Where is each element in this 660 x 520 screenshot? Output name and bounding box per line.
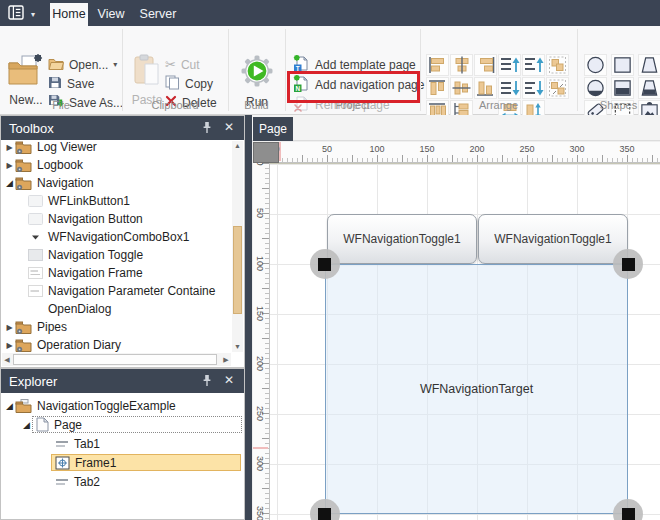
explorer-item-tab2[interactable]: Tab2 bbox=[1, 472, 244, 491]
chevron-collapsed-icon[interactable]: ▶ bbox=[4, 323, 15, 332]
category-folder-icon bbox=[15, 140, 32, 154]
toolbox-item-operation-diary[interactable]: ▶ Operation Diary bbox=[1, 336, 244, 354]
toolbox-item-label: Navigation bbox=[37, 176, 94, 190]
shape-circle-filled-button[interactable] bbox=[584, 77, 607, 99]
shape-rectangle-filled-button[interactable] bbox=[611, 77, 634, 99]
open-button[interactable]: Open... ▾ bbox=[48, 56, 117, 73]
explorer-item-frame1-selected[interactable]: Frame1 bbox=[1, 453, 244, 472]
tab-view[interactable]: View bbox=[92, 3, 130, 26]
design-canvas[interactable]: WFNavigationToggle1 WFNavigationToggle1 … bbox=[270, 163, 660, 520]
add-navigation-page-button[interactable]: N Add navigation page bbox=[293, 76, 424, 93]
navigation-page-icon: N bbox=[293, 75, 310, 95]
pin-icon[interactable] bbox=[202, 374, 212, 391]
shape-rectangle-button[interactable] bbox=[611, 54, 634, 76]
ruler-label: 200 bbox=[469, 144, 484, 154]
toolbox-item-navigation-button[interactable]: Navigation Button bbox=[1, 210, 244, 228]
move-up-button[interactable] bbox=[522, 54, 545, 76]
cut-button[interactable]: ✂ Cut bbox=[165, 56, 200, 73]
scrollbar-thumb[interactable] bbox=[233, 226, 242, 314]
toolbox-item-log-viewer[interactable]: ▶ Log Viewer bbox=[1, 140, 244, 156]
chevron-expanded-icon[interactable]: ◢ bbox=[4, 401, 15, 411]
wfnavigationtoggle-right[interactable]: WFNavigationToggle1 bbox=[478, 214, 628, 264]
toolbox-item-navigation-frame[interactable]: Navigation Frame bbox=[1, 264, 244, 282]
toolbox-item-opendialog[interactable]: OpenDialog bbox=[1, 300, 244, 318]
horizontal-ruler: 0 50 100 150 200 250 300 350 bbox=[279, 142, 660, 163]
ruler-cursor-marker bbox=[253, 447, 268, 449]
selection-handle-top-right[interactable] bbox=[622, 258, 635, 271]
toolbox-item-label: WFLinkButton1 bbox=[48, 194, 130, 208]
shape-trapezoid-filled-button[interactable] bbox=[638, 77, 660, 99]
add-template-page-button[interactable]: T Add template page bbox=[293, 56, 416, 73]
toolbox-item-logbook[interactable]: ▶ Logbook bbox=[1, 156, 244, 174]
explorer-item-page[interactable]: ◢ Page bbox=[1, 415, 244, 434]
align-top-button[interactable] bbox=[426, 77, 449, 99]
ruler-label: 150 bbox=[253, 306, 267, 320]
template-page-icon: T bbox=[293, 55, 310, 75]
chevron-collapsed-icon[interactable]: ▶ bbox=[4, 341, 15, 350]
align-bottom-button[interactable] bbox=[474, 77, 497, 99]
tab-page[interactable]: Page bbox=[253, 117, 293, 141]
selection-handle-bottom-right[interactable] bbox=[622, 508, 635, 520]
svg-text:T: T bbox=[296, 64, 300, 71]
toolbox-item-wflinkbutton1[interactable]: WFLinkButton1 bbox=[1, 192, 244, 210]
toolbox-vertical-scrollbar[interactable]: ▲ ▼ bbox=[232, 141, 243, 352]
chevron-collapsed-icon[interactable]: ▶ bbox=[4, 143, 15, 152]
bring-forward-button[interactable] bbox=[498, 54, 521, 76]
application-menu-icon bbox=[8, 5, 25, 24]
align-center-button[interactable] bbox=[450, 54, 473, 76]
align-left-icon bbox=[428, 56, 448, 74]
group-button[interactable] bbox=[546, 54, 569, 76]
shape-circle-button[interactable] bbox=[584, 54, 607, 76]
selection-handle-top-left[interactable] bbox=[318, 258, 331, 271]
add-navigation-page-label: Add navigation page bbox=[315, 78, 424, 92]
explorer-title: Explorer bbox=[9, 374, 57, 389]
add-template-page-label: Add template page bbox=[315, 58, 416, 72]
toolbox-item-pipes[interactable]: ▶ Pipes bbox=[1, 318, 244, 336]
ungroup-button[interactable] bbox=[546, 77, 569, 99]
close-icon[interactable]: ✕ bbox=[224, 120, 234, 134]
explorer-item-label: Frame1 bbox=[75, 456, 116, 470]
explorer-item-project[interactable]: ◢ NavigationToggleExample bbox=[1, 396, 244, 415]
scroll-down-icon[interactable]: ▼ bbox=[232, 342, 243, 352]
toolbox-header: Toolbox ✕ bbox=[1, 116, 244, 140]
chevron-expanded-icon[interactable]: ◢ bbox=[4, 178, 15, 188]
scroll-right-icon[interactable]: ▶ bbox=[221, 353, 231, 366]
align-right-button[interactable] bbox=[474, 54, 497, 76]
toolbox-tree: ▶ Log Viewer ▶ Logbook ◢ bbox=[1, 140, 244, 367]
move-down-button[interactable] bbox=[522, 77, 545, 99]
wfnavigationtoggle-left[interactable]: WFNavigationToggle1 bbox=[327, 214, 477, 264]
shape-trapezoid-button[interactable] bbox=[638, 54, 660, 76]
panel-divider[interactable] bbox=[245, 115, 252, 520]
send-backward-button[interactable] bbox=[498, 77, 521, 99]
document-tab-strip bbox=[252, 115, 660, 141]
chevron-collapsed-icon[interactable]: ▶ bbox=[4, 161, 15, 170]
pin-icon[interactable] bbox=[202, 121, 212, 138]
tab-server[interactable]: Server bbox=[134, 3, 182, 26]
container-preview-icon bbox=[28, 285, 43, 297]
open-folder-icon bbox=[48, 57, 64, 73]
toolbox-horizontal-scrollbar[interactable]: ◀ ▶ bbox=[2, 353, 231, 366]
toolbox-item-label: Navigation Parameter Containe bbox=[48, 284, 215, 298]
ungroup-icon bbox=[548, 79, 568, 97]
save-button-label: Save bbox=[67, 77, 94, 91]
chevron-expanded-icon[interactable]: ◢ bbox=[21, 420, 32, 430]
tab-element-icon bbox=[55, 439, 69, 449]
scroll-up-icon[interactable]: ▲ bbox=[232, 141, 243, 151]
toolbox-item-navigation-parameter-container[interactable]: Navigation Parameter Containe bbox=[1, 282, 244, 300]
explorer-item-tab1[interactable]: Tab1 bbox=[1, 434, 244, 453]
close-icon[interactable]: ✕ bbox=[224, 373, 234, 387]
wfnavigationtarget-frame[interactable]: WFNavigationTarget bbox=[325, 264, 628, 514]
align-left-button[interactable] bbox=[426, 54, 449, 76]
scrollbar-thumb[interactable] bbox=[13, 354, 217, 365]
copy-button[interactable]: Copy bbox=[165, 75, 213, 92]
selection-handle-bottom-left[interactable] bbox=[318, 508, 331, 520]
toolbox-item-wfnavigationcombobox1[interactable]: WFNavigationComboBox1 bbox=[1, 228, 244, 246]
toolbox-item-navigation-toggle[interactable]: Navigation Toggle bbox=[1, 246, 244, 264]
save-button[interactable]: Save bbox=[48, 75, 94, 92]
tab-home[interactable]: Home bbox=[50, 3, 88, 26]
explorer-tree: ◢ NavigationToggleExample ◢ Page bbox=[1, 393, 244, 519]
align-middle-button[interactable] bbox=[450, 77, 473, 99]
application-menu-button[interactable]: ▾ bbox=[8, 5, 35, 24]
scroll-left-icon[interactable]: ◀ bbox=[2, 353, 12, 366]
toolbox-item-navigation[interactable]: ◢ Navigation bbox=[1, 174, 244, 192]
